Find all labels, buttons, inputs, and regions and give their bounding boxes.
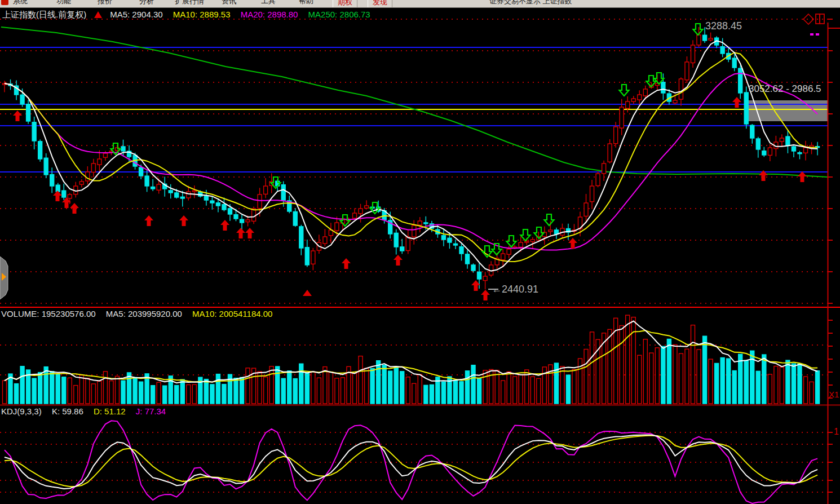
menu-analysis[interactable]: 分析	[139, 0, 154, 6]
menu-extended-quotes[interactable]: 扩展行情	[175, 0, 204, 6]
gap-range-annotation: 3052.62 - 2986.5	[749, 83, 821, 95]
volume-label: VOLUME: 195230576.00	[1, 309, 96, 319]
buy-signal-arrow-icon	[53, 191, 62, 201]
kdj-pane-header: KDJ(9,3,3) K: 59.86 D: 51.12 J: 77.34	[1, 406, 174, 416]
buy-signal-arrow-icon	[236, 228, 245, 238]
buy-signal-arrow-icon	[568, 238, 577, 249]
sidebar-expand-handle[interactable]	[0, 257, 8, 299]
kdj-k-label: K: 59.86	[52, 406, 83, 416]
sell-signal-arrow-icon	[521, 229, 530, 241]
buy-signal-arrow-icon	[798, 171, 807, 182]
menu-options-hot[interactable]: 期权	[333, 0, 357, 8]
pane-tool-icons	[803, 14, 824, 34]
candlestick-chart[interactable]	[0, 0, 840, 504]
chart-title: 上证指数(日线.前复权)	[2, 10, 86, 19]
volume-axis-multiplier: X1	[829, 390, 839, 399]
kdj-label: KDJ(9,3,3)	[1, 406, 42, 416]
buy-signal-arrow-icon	[179, 215, 188, 226]
volume-pane-header: VOLUME: 195230576.00 MA5: 203995920.00 M…	[1, 309, 280, 319]
menu-discover-hot[interactable]: 发现	[368, 0, 392, 8]
menu-bar: 系统 功能 报价 分析 扩展行情 资讯 工具 帮助 期权 发现 证券交易不显示 …	[0, 0, 840, 8]
ma20-label: MA20: 2898.80	[241, 10, 298, 19]
ma10-label: MA10: 2889.53	[173, 10, 231, 19]
app-icon[interactable]	[1, 0, 8, 5]
kdj-j-label: J: 77.34	[136, 406, 166, 416]
menu-system[interactable]: 系统	[13, 0, 28, 6]
buy-signal-arrow-icon	[220, 220, 229, 231]
candles	[3, 27, 820, 289]
menu-quotes[interactable]: 报价	[98, 0, 112, 6]
volume-bars	[3, 315, 820, 404]
buy-signal-arrow-icon	[245, 228, 254, 238]
buy-signal-arrow-icon	[394, 255, 403, 266]
kdj-axis-label: 1	[834, 427, 839, 437]
sell-signal-arrow-icon	[483, 246, 492, 257]
sell-signal-arrow-icon	[545, 214, 554, 226]
app-window: 系统 功能 报价 分析 扩展行情 资讯 工具 帮助 期权 发现 证券交易不显示 …	[0, 0, 840, 504]
menu-news[interactable]: 资讯	[222, 0, 236, 6]
main-pane-header: 上证指数(日线.前复权)MA5: 2904.30 MA10: 2889.53 M…	[2, 10, 378, 20]
sell-signal-arrow-icon	[693, 24, 703, 35]
window-title: 证券交易不显示 上证指数	[489, 0, 572, 6]
menu-tools[interactable]: 工具	[261, 0, 276, 6]
buy-signal-arrow-icon	[481, 290, 490, 300]
up-arrow-icon	[94, 11, 102, 18]
menu-help[interactable]: 帮助	[299, 0, 313, 6]
kdj-d-label: D: 51.12	[94, 406, 126, 416]
buy-signal-arrow-icon	[144, 215, 153, 226]
volume-ma10-label: MA10: 200541184.00	[192, 309, 272, 319]
buy-signal-arrow-icon	[342, 258, 351, 269]
low-price-annotation: ←2440.91	[492, 284, 538, 295]
signal-triangle-icon	[303, 290, 312, 296]
peak-price-annotation: 3288.45	[705, 20, 742, 32]
menu-function[interactable]: 功能	[56, 0, 71, 6]
volume-ma5-label: MA5: 203995920.00	[106, 309, 182, 319]
sell-signal-arrow-icon	[620, 85, 629, 96]
ma5-label: MA5: 2904.30	[110, 10, 162, 19]
buy-signal-arrow-icon	[13, 110, 22, 121]
ma250-label: MA250: 2806.73	[308, 10, 370, 19]
